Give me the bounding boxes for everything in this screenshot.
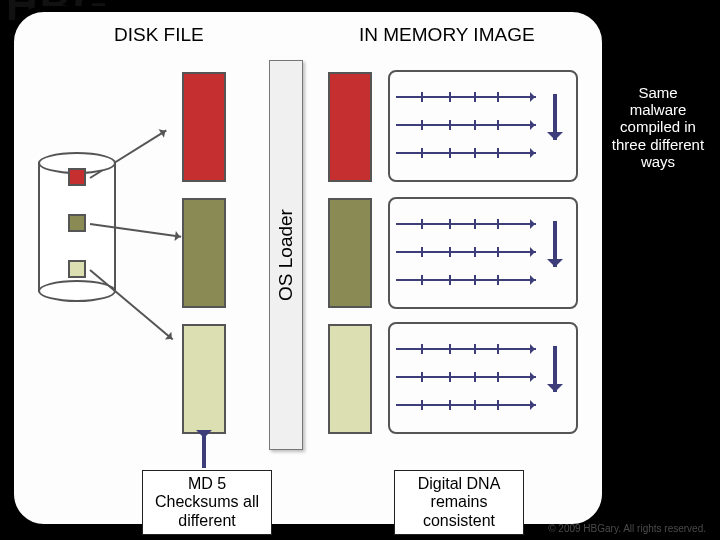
os-loader-label: OS Loader bbox=[275, 209, 297, 301]
ddna-strand-icon bbox=[396, 348, 536, 350]
heading-disk-file: DISK FILE bbox=[114, 24, 204, 46]
ddna-strand-icon bbox=[396, 152, 536, 154]
ddna-strand-icon bbox=[396, 124, 536, 126]
caption-md5: MD 5 Checksums all different bbox=[142, 470, 272, 535]
file-block-variant-2 bbox=[182, 198, 226, 308]
disk-file-variant-3 bbox=[68, 260, 86, 278]
diagram-panel: DISK FILE IN MEMORY IMAGE OS Loader bbox=[8, 6, 608, 530]
ddna-strand-icon bbox=[396, 404, 536, 406]
ddna-strand-icon bbox=[396, 279, 536, 281]
connector-line bbox=[89, 269, 173, 340]
ddna-strand-icon bbox=[396, 223, 536, 225]
heading-in-memory: IN MEMORY IMAGE bbox=[359, 24, 535, 46]
caption-ddna: Digital DNA remains consistent bbox=[394, 470, 524, 535]
down-arrow-icon bbox=[548, 94, 562, 148]
disk-file-variant-1 bbox=[68, 168, 86, 186]
down-arrow-icon bbox=[548, 346, 562, 400]
annotation-text: Same malware compiled in three different… bbox=[610, 84, 706, 170]
file-block-variant-3 bbox=[182, 324, 226, 434]
file-block-variant-1 bbox=[182, 72, 226, 182]
down-arrow-icon bbox=[548, 221, 562, 275]
memory-block-variant-1 bbox=[328, 72, 372, 182]
annotation-oval: Same malware compiled in three different… bbox=[604, 62, 712, 192]
ddna-panel-variant-2 bbox=[388, 197, 578, 309]
ddna-strand-icon bbox=[396, 251, 536, 253]
ddna-panel-variant-3 bbox=[388, 322, 578, 434]
disk-file-variant-2 bbox=[68, 214, 86, 232]
memory-block-variant-2 bbox=[328, 198, 372, 308]
copyright-text: © 2009 HBGary. All rights reserved. bbox=[548, 523, 706, 534]
os-loader-bar: OS Loader bbox=[269, 60, 303, 450]
ddna-strand-icon bbox=[396, 96, 536, 98]
memory-block-variant-3 bbox=[328, 324, 372, 434]
ddna-strand-icon bbox=[396, 376, 536, 378]
ddna-panel-variant-1 bbox=[388, 70, 578, 182]
